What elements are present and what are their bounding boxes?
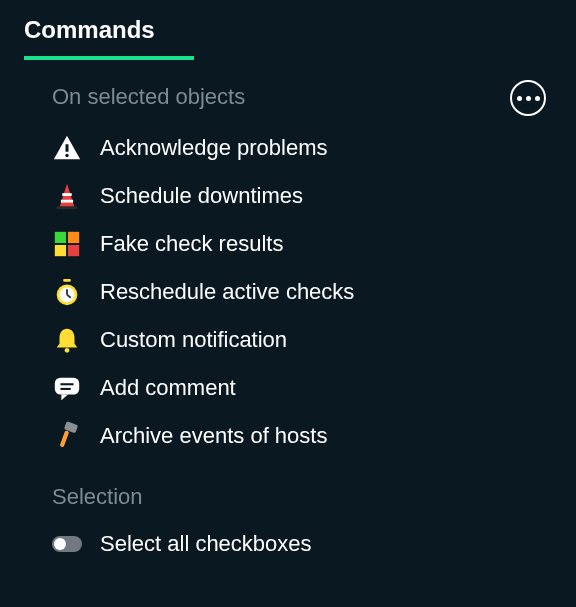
action-label: Schedule downtimes <box>100 183 303 209</box>
action-custom-notification[interactable]: Custom notification <box>52 316 556 364</box>
bell-icon <box>52 325 82 355</box>
svg-rect-2 <box>62 193 71 196</box>
action-fake-check-results[interactable]: Fake check results <box>52 220 556 268</box>
action-add-comment[interactable]: Add comment <box>52 364 556 412</box>
traffic-cone-icon <box>52 181 82 211</box>
commands-panel: On selected objects Acknowledge problems… <box>0 60 576 568</box>
svg-rect-4 <box>57 206 78 209</box>
svg-rect-0 <box>66 144 69 152</box>
action-archive-events[interactable]: Archive events of hosts <box>52 412 556 460</box>
toggle-switch-icon[interactable] <box>52 536 82 552</box>
svg-point-1 <box>65 154 68 157</box>
svg-point-14 <box>65 348 70 353</box>
section-header-actions: On selected objects <box>52 84 556 110</box>
section-header-selection: Selection <box>52 484 556 510</box>
action-label: Acknowledge problems <box>100 135 327 161</box>
selection-label: Select all checkboxes <box>100 531 312 557</box>
action-label: Reschedule active checks <box>100 279 354 305</box>
more-menu-button[interactable] <box>510 80 546 116</box>
svg-rect-6 <box>68 232 79 243</box>
svg-rect-19 <box>60 430 70 447</box>
action-schedule-downtimes[interactable]: Schedule downtimes <box>52 172 556 220</box>
action-label: Add comment <box>100 375 236 401</box>
action-label: Fake check results <box>100 231 283 257</box>
stopwatch-icon <box>52 277 82 307</box>
action-label: Archive events of hosts <box>100 423 327 449</box>
tab-commands[interactable]: Commands <box>24 16 194 60</box>
hammer-icon <box>52 421 82 451</box>
action-label: Custom notification <box>100 327 287 353</box>
svg-rect-15 <box>55 378 79 395</box>
action-acknowledge-problems[interactable]: Acknowledge problems <box>52 124 556 172</box>
tab-bar: Commands <box>0 0 576 60</box>
color-grid-icon <box>52 229 82 259</box>
svg-rect-5 <box>55 232 66 243</box>
comment-icon <box>52 373 82 403</box>
action-reschedule-active-checks[interactable]: Reschedule active checks <box>52 268 556 316</box>
svg-rect-8 <box>68 245 79 256</box>
svg-rect-3 <box>61 200 73 203</box>
svg-rect-7 <box>55 245 66 256</box>
svg-rect-9 <box>63 279 71 282</box>
select-all-checkboxes[interactable]: Select all checkboxes <box>52 520 556 568</box>
warning-triangle-icon <box>52 133 82 163</box>
